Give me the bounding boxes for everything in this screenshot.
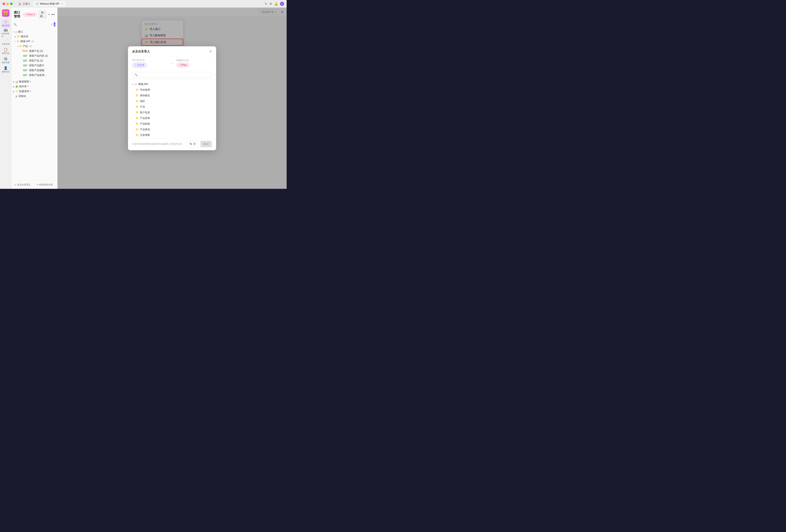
tree-item-components[interactable]: ▶ 🧩 组件库 •: [11, 84, 57, 89]
filter-icon[interactable]: ⧖: [51, 23, 52, 26]
tab-home-label: 主窗口: [23, 2, 30, 6]
folder-icon: 📁: [19, 45, 22, 48]
add-circle-button[interactable]: +: [54, 22, 55, 27]
modal-search-section: [128, 70, 216, 80]
add-icon[interactable]: +: [48, 13, 50, 16]
maximize-button[interactable]: [10, 2, 13, 5]
tab-bar: 🏠 主窗口 🔗 Medusa 商城 API ✕: [16, 1, 261, 6]
nav-header: 接口管理 ⑃ 07w1 ▾ 新建... + •••: [11, 7, 57, 21]
tree-item-get-videos[interactable]: ▶ GET 获取产品视频: [11, 68, 57, 73]
modal-tree-item-products[interactable]: 📁 产品: [128, 104, 216, 110]
expand-arrow: ▶: [15, 36, 16, 38]
tree-item-shop-api[interactable]: ▾ 📁 商城 API (6): [11, 39, 57, 44]
tree-item-trash[interactable]: ▶ 🗑 回收站: [11, 94, 57, 99]
settings-icon[interactable]: ⚙: [270, 2, 272, 5]
folder-icon: 📁: [136, 94, 139, 97]
sidebar-item-history[interactable]: 📋 请求历史: [1, 47, 10, 55]
api-management-label: 接口管理: [2, 24, 9, 27]
tree-item-get-product[interactable]: ▶ GET 获取产品 (2): [11, 58, 57, 63]
modal-tree-item-getting-started[interactable]: 📁 开始使用: [128, 87, 216, 93]
new-button[interactable]: 新建...: [38, 10, 47, 19]
modal-tree-item-categories[interactable]: 📁 产品类别: [128, 127, 216, 132]
modal-close-button[interactable]: ✕: [209, 50, 212, 53]
tree-label: 组件库 •: [19, 85, 28, 88]
modal-tree-item-customers[interactable]: 📁 客户信息: [128, 110, 216, 115]
folder-icon: 📁: [17, 40, 20, 43]
item-label: 产品: [140, 105, 145, 109]
modal-search-input[interactable]: [132, 72, 212, 78]
home-icon: 🏠: [19, 2, 21, 5]
tree-item-get-usage[interactable]: ▶ GET 获取产品使用...: [11, 73, 57, 77]
minimize-button[interactable]: [6, 2, 9, 5]
tree-label: 获取产品使用...: [29, 73, 46, 77]
sidebar-item-automation[interactable]: 🤖 自动化测试: [1, 28, 10, 37]
sidebar-bottom-actions: ↙ 从主分支导入 ↗ 合并到主分支: [11, 180, 57, 189]
share-docs-label: 分享文档: [2, 43, 9, 46]
main-content: 请选择环境 ▾ ≡ 从主分支导入 ⚡ 导入接口 📊 导入数据模型 📁 导: [57, 7, 286, 189]
dots-icon: •: [55, 31, 55, 33]
title-bar: 🏠 主窗口 🔗 Medusa 商城 API ✕ ↻ ⚙ 🔔 U: [0, 0, 286, 7]
tree-item-data-models[interactable]: ▶ 📊 数据模型 •: [11, 79, 57, 84]
search-toolbar: 🔍 ⧖ +: [11, 21, 57, 28]
tree-item-get-images[interactable]: ▶ GET 获取产品图片: [11, 63, 57, 68]
expand-arrow: ▶: [13, 81, 15, 83]
expand-arrow: ▾: [132, 83, 133, 85]
item-label: 开始使用: [140, 88, 150, 92]
branch-badge[interactable]: ⑃ 07w1 ▾: [23, 13, 37, 17]
method-badge-get: GET: [22, 69, 28, 72]
tree-item-products[interactable]: ▾ 📁 产品 (6): [11, 44, 57, 49]
sidebar-item-settings[interactable]: ⚙️ 项目设置: [1, 56, 10, 65]
expand-arrow: ▾: [15, 41, 16, 43]
folder-icon: 🧩: [15, 85, 18, 88]
branch-icon: ⑃: [179, 64, 180, 67]
tree-item-post-search[interactable]: ▶ POST 搜索产品 (2): [11, 49, 57, 53]
modal-header: 从主分支导入 ✕: [128, 46, 216, 56]
tree-item-root-dir[interactable]: ▶ 📁 根目录: [11, 34, 57, 39]
import-modal: 从主分支导入 ✕ 基于迭代分支 ⑃ 主分支 → 归属迭代分支: [128, 46, 216, 150]
sidebar-item-share-docs[interactable]: 📄 分享文档: [1, 38, 10, 46]
notification-icon[interactable]: 🔔: [274, 2, 278, 5]
tree-label: 获取产品 (2): [29, 59, 43, 63]
merge-label: 合并到主分支: [39, 183, 53, 186]
merge-icon: ↗: [36, 183, 38, 186]
modal-tree-item-blog[interactable]: 📁 文章博客: [128, 132, 216, 138]
tree-label: 数据模型 •: [19, 80, 31, 84]
tree-item-api-root[interactable]: ▾ 🗂 接口 •: [11, 29, 57, 34]
tree-item-quick-requests[interactable]: ▶ ⚡ 快捷请求 •: [11, 89, 57, 94]
refresh-icon[interactable]: ↻: [265, 2, 267, 5]
sidebar-item-members[interactable]: 👤 邀请成员: [1, 66, 10, 74]
tab-home[interactable]: 🏠 主窗口: [16, 1, 33, 6]
modal-title: 从主分支导入: [132, 50, 150, 53]
method-badge-get: GET: [22, 74, 28, 76]
tab-close-icon[interactable]: ✕: [62, 3, 63, 5]
automation-label: 自动化测试: [1, 32, 10, 38]
method-badge-get: GET: [22, 55, 28, 57]
cancel-button[interactable]: 取 消: [187, 141, 199, 147]
import-from-main-button[interactable]: ↙ 从主分支导入: [13, 182, 34, 187]
method-badge-get: GET: [22, 60, 28, 62]
hint-icon: ℹ: [132, 143, 133, 145]
user-avatar[interactable]: U: [280, 2, 284, 6]
sidebar-item-api-management[interactable]: ⚡ 接口管理: [1, 19, 10, 28]
search-input[interactable]: [18, 23, 49, 26]
tab-medusa[interactable]: 🔗 Medusa 商城 API ✕: [33, 1, 66, 6]
expand-arrow: ▾: [17, 45, 18, 47]
modal-tree-item-shop-api[interactable]: ▾ 🗂 商城 API: [128, 82, 216, 87]
modal-tree-item-tags[interactable]: 📁 产品标签: [128, 121, 216, 127]
modal-tree-item-auth[interactable]: 📁 身份验证: [128, 93, 216, 98]
method-badge-get: GET: [22, 64, 28, 67]
nav-tree: ▾ 🗂 接口 • ▶ 📁 根目录 ▾ 📁 商城 API (6) ▾ 📁: [11, 28, 57, 180]
automation-icon: 🤖: [4, 28, 8, 32]
modal-tree-item-variants[interactable]: 📁 产品变体: [128, 115, 216, 121]
close-button[interactable]: [2, 2, 5, 5]
modal-tree-item-region[interactable]: 📁 地区: [128, 98, 216, 104]
merge-to-main-button[interactable]: ↗ 合并到主分支: [35, 182, 56, 187]
more-icon[interactable]: •••: [51, 13, 55, 16]
modal-hint: ℹ 选中目录的所有父级目录均会被导入至迭代分支: [132, 142, 182, 145]
from-branch-chip: ⑃ 主分支: [132, 63, 147, 68]
import-label: 从主分支导入: [17, 183, 31, 186]
folder-icon: 🗑: [15, 95, 18, 97]
tree-item-get-list[interactable]: ▶ GET 获取产品列表 (2): [11, 53, 57, 58]
item-label: 身份验证: [140, 94, 150, 97]
confirm-button[interactable]: 确 定: [200, 141, 212, 147]
